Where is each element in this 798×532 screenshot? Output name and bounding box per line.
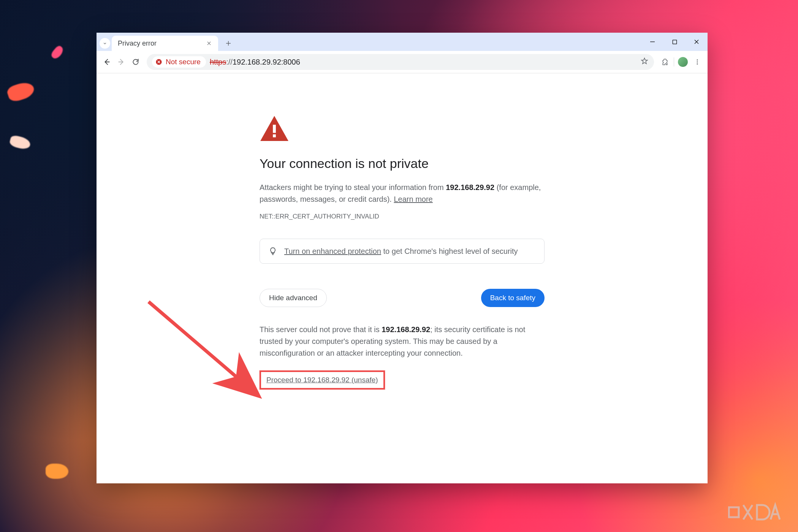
- button-row: Hide advanced Back to safety: [260, 289, 545, 307]
- close-icon: [694, 39, 699, 44]
- chevron-down-icon: [102, 41, 108, 46]
- page-heading: Your connection is not private: [260, 156, 545, 171]
- new-tab-button[interactable]: [222, 37, 235, 50]
- not-secure-icon: [155, 58, 163, 66]
- browser-tab[interactable]: Privacy error: [112, 36, 218, 51]
- maximize-button[interactable]: [663, 33, 686, 51]
- tab-close-button[interactable]: [205, 40, 213, 47]
- bookmark-button[interactable]: [640, 57, 649, 67]
- svg-rect-6: [273, 135, 276, 138]
- tab-title: Privacy error: [118, 40, 157, 48]
- address-bar[interactable]: Not secure https://192.168.29.92:8006: [147, 54, 654, 70]
- url-text: https://192.168.29.92:8006: [210, 58, 300, 66]
- plus-icon: [225, 40, 232, 47]
- learn-more-link[interactable]: Learn more: [394, 195, 432, 203]
- maximize-icon: [672, 40, 677, 44]
- extensions-button[interactable]: [658, 55, 672, 69]
- toolbar-divider: [674, 57, 674, 66]
- reload-button[interactable]: [128, 55, 143, 69]
- tip-text: Turn on enhanced protection to get Chrom…: [284, 247, 518, 256]
- enhanced-protection-tip: Turn on enhanced protection to get Chrom…: [260, 239, 545, 264]
- desktop-wallpaper: Privacy error: [0, 0, 798, 532]
- extension-icon: [661, 58, 669, 66]
- security-chip[interactable]: Not secure: [152, 56, 206, 68]
- toolbar: Not secure https://192.168.29.92:8006: [97, 51, 708, 73]
- profile-button[interactable]: [676, 55, 690, 69]
- enhanced-protection-link[interactable]: Turn on enhanced protection: [284, 247, 381, 255]
- minimize-icon: [650, 39, 655, 44]
- minimize-button[interactable]: [641, 33, 663, 51]
- svg-rect-5: [273, 125, 276, 133]
- svg-point-2: [697, 59, 698, 60]
- back-button[interactable]: [100, 55, 114, 69]
- avatar-icon: [678, 57, 688, 67]
- back-to-safety-button[interactable]: Back to safety: [481, 289, 545, 307]
- title-bar: Privacy error: [97, 33, 708, 51]
- forward-button[interactable]: [114, 55, 128, 69]
- browser-window: Privacy error: [97, 33, 708, 483]
- menu-button[interactable]: [690, 55, 705, 69]
- page-content: Your connection is not private Attackers…: [97, 73, 708, 390]
- lightbulb-icon: [268, 247, 277, 256]
- proceed-unsafe-link[interactable]: Proceed to 192.168.29.92 (unsafe): [266, 376, 378, 384]
- annotation-highlight: Proceed to 192.168.29.92 (unsafe): [260, 370, 385, 390]
- close-icon: [206, 41, 212, 46]
- warning-text: Attackers might be trying to steal your …: [260, 182, 545, 205]
- reload-icon: [132, 58, 139, 66]
- svg-rect-8: [729, 507, 739, 517]
- close-window-button[interactable]: [686, 33, 708, 51]
- arrow-right-icon: [117, 58, 125, 66]
- error-code: NET::ERR_CERT_AUTHORITY_INVALID: [260, 213, 545, 220]
- arrow-left-icon: [103, 58, 111, 66]
- star-icon: [640, 57, 649, 65]
- tab-search-button[interactable]: [100, 38, 110, 49]
- warning-icon: [260, 115, 545, 143]
- security-label: Not secure: [166, 58, 201, 66]
- svg-point-3: [697, 62, 698, 63]
- watermark: [728, 502, 789, 527]
- advanced-explanation: This server could not prove that it is 1…: [260, 324, 545, 359]
- svg-rect-0: [673, 40, 676, 44]
- svg-point-4: [697, 63, 698, 65]
- hide-advanced-button[interactable]: Hide advanced: [260, 289, 327, 307]
- kebab-icon: [694, 59, 701, 65]
- window-controls: [641, 33, 708, 51]
